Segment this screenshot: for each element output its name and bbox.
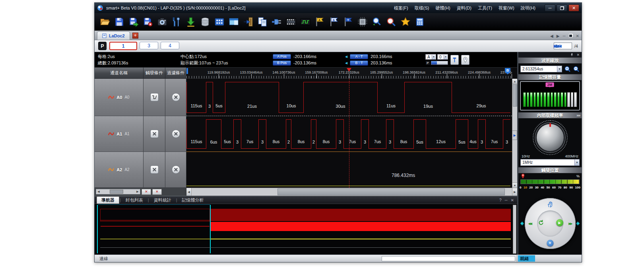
export-icon[interactable] xyxy=(243,17,253,27)
navigator-cursor-left[interactable] xyxy=(97,205,98,253)
page-button-4[interactable]: 4 xyxy=(161,42,179,49)
trigger-condition-a2[interactable] xyxy=(144,152,165,188)
minimize-button[interactable]: ─ xyxy=(545,4,555,12)
waveform-rows[interactable]: 115us35us21us10us30us11us19us29us115us6u… xyxy=(186,79,512,188)
navigation-wheel[interactable]: ◀◀ ▶▶ ▶ ▼ xyxy=(525,198,576,249)
restore-button[interactable] xyxy=(557,4,567,12)
wave-h-scrollbar[interactable]: ◀ ▶ xyxy=(186,188,517,196)
channel-h-scrollbar[interactable]: ◀ ▶ xyxy=(96,189,140,194)
trigger-position-bar[interactable] xyxy=(520,179,580,184)
menu-w[interactable]: 視窗(W) xyxy=(495,4,518,12)
tab-scroll-left-icon[interactable]: ◀ xyxy=(550,34,553,38)
pin-marker-button[interactable] xyxy=(461,55,469,65)
page-down-icon[interactable]: ▼ xyxy=(547,240,553,247)
channel-name-a1[interactable]: A1A1 xyxy=(95,116,144,152)
filter-condition-a2[interactable] xyxy=(165,152,186,188)
play-icon[interactable]: ▶ xyxy=(556,219,563,226)
zoom-in-icon[interactable] xyxy=(564,66,571,72)
trigger-condition-a0[interactable] xyxy=(144,79,165,116)
doc-close-button[interactable]: ✕ xyxy=(576,34,579,38)
save-settings-icon[interactable] xyxy=(143,17,153,27)
window-layout-icon[interactable] xyxy=(229,17,239,27)
navigator-scrollbar[interactable] xyxy=(513,205,516,254)
bottom-tab-4[interactable]: 記憶體分析 xyxy=(178,197,208,204)
scroll-right-icon[interactable]: ▶ xyxy=(512,188,517,196)
sidebar-close-icon[interactable]: ✕ xyxy=(576,53,580,57)
bottom-tab-2[interactable]: 封包列表 xyxy=(121,197,147,204)
page-button-3[interactable]: 3 xyxy=(140,42,158,49)
chip-icon[interactable] xyxy=(357,17,368,27)
frequency-knob[interactable] xyxy=(535,123,565,152)
screenshot-icon[interactable] xyxy=(157,17,167,27)
film-icon[interactable] xyxy=(286,17,296,27)
waveform-area[interactable]: 119.968192us133.034464us146.100736us159.… xyxy=(186,68,517,188)
menu-h[interactable]: 說明(H) xyxy=(518,4,539,12)
a-marker-icon[interactable] xyxy=(186,68,188,74)
trigger-position-pin-icon[interactable] xyxy=(521,173,525,179)
last-page-icon[interactable]: ▶▶❘ xyxy=(554,44,561,48)
chevron-right-icon[interactable]: »» xyxy=(576,113,580,118)
menu-s[interactable]: 取樣(S) xyxy=(411,4,433,12)
menu-h[interactable]: 硬體(H) xyxy=(432,4,453,12)
vscroll-thumb[interactable] xyxy=(513,84,517,107)
hscroll-thumb[interactable] xyxy=(277,188,505,195)
jump-right-icon[interactable]: ▶▶ xyxy=(568,222,572,225)
menu-f[interactable]: 檔案(F) xyxy=(391,4,411,12)
compare-docs-icon[interactable] xyxy=(257,17,268,27)
clear-filter-button[interactable]: ✕ xyxy=(152,189,162,195)
connector-icon[interactable] xyxy=(272,17,282,27)
tab-ladoc2[interactable]: LaDoc2 xyxy=(97,31,130,40)
doc-minimize-button[interactable]: ─ xyxy=(563,34,566,38)
page-button-1[interactable]: 1 xyxy=(109,42,137,50)
menu-t[interactable]: 工具(T) xyxy=(475,4,495,12)
replay-icon[interactable] xyxy=(538,220,544,226)
trigger-marker-icon[interactable] xyxy=(347,68,351,74)
zoom-out-icon[interactable] xyxy=(573,66,580,72)
timing-icon[interactable] xyxy=(300,17,310,27)
open-file-icon[interactable] xyxy=(100,17,110,27)
trigger-condition-a1[interactable] xyxy=(144,116,165,152)
sample-download-icon[interactable] xyxy=(186,17,196,27)
close-button[interactable]: ✕ xyxy=(568,4,579,12)
zoom-previous-icon[interactable] xyxy=(372,17,382,27)
save-as-icon[interactable] xyxy=(128,17,139,27)
favorites-icon[interactable] xyxy=(400,17,411,27)
find-icon[interactable] xyxy=(386,17,396,27)
header-filter-condition[interactable]: 過濾條件 xyxy=(165,68,186,79)
tab-scroll-right-icon[interactable]: ▶ xyxy=(557,34,560,38)
scroll-down-icon[interactable]: ▼ xyxy=(512,183,517,188)
marker-index-select[interactable]: 0▼ xyxy=(437,54,448,60)
zoom-select[interactable]: 2.613254us▼ xyxy=(520,66,562,72)
tools-icon[interactable] xyxy=(171,17,182,27)
flag-t-icon[interactable]: T xyxy=(343,17,353,27)
position-mini-bar[interactable] xyxy=(431,61,448,65)
jump-left-icon[interactable]: ◀◀ xyxy=(528,222,531,225)
channel-name-a0[interactable]: A0A0 xyxy=(95,79,144,116)
help-icon[interactable]: ? xyxy=(499,198,502,202)
bottom-tab-3[interactable]: 資料統計 xyxy=(149,197,176,204)
scroll-left-icon[interactable]: ◀ xyxy=(186,188,192,196)
marker-select[interactable]: A▼ xyxy=(425,54,436,60)
header-trigger-condition[interactable]: 觸發條件 xyxy=(144,68,165,79)
bottom-tab-1[interactable]: 導航器 xyxy=(97,196,119,204)
add-tab-button[interactable]: + xyxy=(132,33,138,39)
frequency-select[interactable]: 1MHz▼ xyxy=(520,159,580,166)
scroll-left-icon[interactable]: ◀ xyxy=(96,190,101,193)
time-ruler[interactable]: 119.968192us133.034464us146.100736us159.… xyxy=(186,68,512,79)
memory-icon[interactable] xyxy=(200,17,210,27)
filter-condition-a0[interactable] xyxy=(165,79,186,116)
clear-trigger-button[interactable]: ✕ xyxy=(142,189,151,195)
keypad-icon[interactable] xyxy=(214,17,225,27)
mini-scroll-thumb[interactable] xyxy=(110,190,123,194)
navigator-view[interactable] xyxy=(95,204,517,255)
panel-close-icon[interactable]: ✕ xyxy=(511,198,514,202)
header-channel-name[interactable]: 通道名稱 xyxy=(95,68,144,79)
scroll-right-icon[interactable]: ▶ xyxy=(135,190,140,193)
hand-tool-icon[interactable] xyxy=(547,201,554,208)
channel-name-a2[interactable]: A2A2 xyxy=(95,152,144,188)
menu-d[interactable]: 資料(D) xyxy=(454,4,475,12)
save-icon[interactable] xyxy=(114,17,124,27)
doc-restore-button[interactable] xyxy=(569,34,573,38)
panel-minimize-icon[interactable]: ─ xyxy=(505,198,508,202)
flag-a-icon[interactable]: A xyxy=(314,17,325,27)
